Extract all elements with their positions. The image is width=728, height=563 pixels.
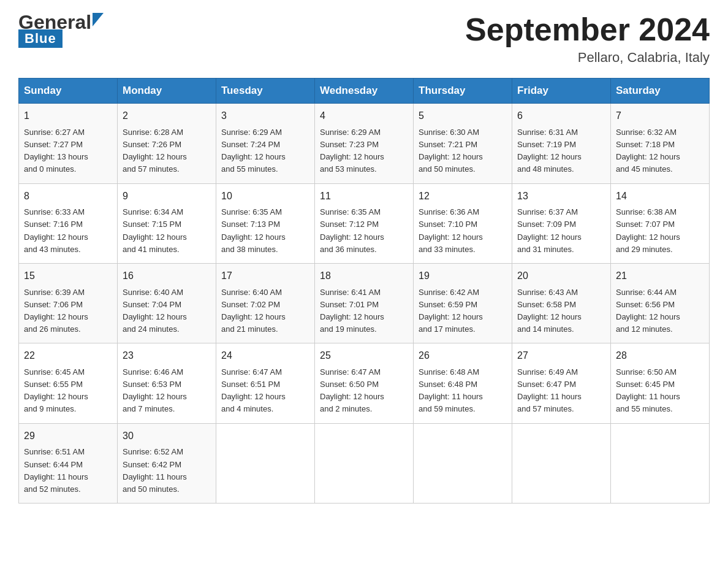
calendar-cell: 17Sunrise: 6:40 AMSunset: 7:02 PMDayligh… (216, 263, 315, 343)
calendar-cell: 16Sunrise: 6:40 AMSunset: 7:04 PMDayligh… (118, 263, 216, 343)
calendar-cell (512, 423, 611, 503)
calendar-cell: 7Sunrise: 6:32 AMSunset: 7:18 PMDaylight… (611, 104, 710, 183)
calendar-cell: 22Sunrise: 6:45 AMSunset: 6:55 PMDayligh… (19, 343, 118, 423)
calendar-cell: 3Sunrise: 6:29 AMSunset: 7:24 PMDaylight… (216, 104, 315, 183)
day-number: 17 (221, 269, 309, 284)
day-info: Sunrise: 6:27 AMSunset: 7:27 PMDaylight:… (24, 126, 112, 176)
week-row-2: 8Sunrise: 6:33 AMSunset: 7:16 PMDaylight… (19, 183, 710, 263)
day-number: 25 (320, 348, 408, 364)
day-info: Sunrise: 6:29 AMSunset: 7:24 PMDaylight:… (221, 126, 309, 176)
header-saturday: Saturday (611, 79, 710, 104)
day-info: Sunrise: 6:43 AMSunset: 6:58 PMDaylight:… (517, 286, 605, 336)
day-info: Sunrise: 6:31 AMSunset: 7:19 PMDaylight:… (517, 126, 605, 176)
day-info: Sunrise: 6:28 AMSunset: 7:26 PMDaylight:… (123, 126, 211, 176)
calendar-cell: 29Sunrise: 6:51 AMSunset: 6:44 PMDayligh… (19, 423, 118, 503)
day-number: 3 (221, 109, 309, 124)
logo: General Blue (18, 12, 104, 48)
calendar-cell: 18Sunrise: 6:41 AMSunset: 7:01 PMDayligh… (315, 263, 414, 343)
day-number: 18 (320, 269, 408, 284)
day-info: Sunrise: 6:38 AMSunset: 7:07 PMDaylight:… (616, 206, 704, 256)
day-number: 2 (123, 109, 211, 124)
week-row-1: 1Sunrise: 6:27 AMSunset: 7:27 PMDaylight… (19, 104, 710, 183)
calendar-cell (611, 423, 710, 503)
calendar-cell: 2Sunrise: 6:28 AMSunset: 7:26 PMDaylight… (118, 104, 216, 183)
day-number: 10 (221, 189, 309, 204)
calendar-cell: 4Sunrise: 6:29 AMSunset: 7:23 PMDaylight… (315, 104, 414, 183)
day-info: Sunrise: 6:37 AMSunset: 7:09 PMDaylight:… (517, 206, 605, 256)
page-header: General Blue September 2024 Pellaro, Cal… (18, 12, 710, 66)
day-number: 23 (123, 348, 211, 364)
header-tuesday: Tuesday (216, 79, 315, 104)
header-wednesday: Wednesday (315, 79, 414, 104)
calendar-cell: 1Sunrise: 6:27 AMSunset: 7:27 PMDaylight… (19, 104, 118, 183)
day-info: Sunrise: 6:42 AMSunset: 6:59 PMDaylight:… (419, 286, 507, 336)
calendar-cell: 30Sunrise: 6:52 AMSunset: 6:42 PMDayligh… (118, 423, 216, 503)
day-number: 9 (123, 189, 211, 204)
day-info: Sunrise: 6:50 AMSunset: 6:45 PMDaylight:… (616, 366, 704, 416)
day-info: Sunrise: 6:40 AMSunset: 7:02 PMDaylight:… (221, 286, 309, 336)
day-info: Sunrise: 6:49 AMSunset: 6:47 PMDaylight:… (517, 366, 605, 416)
header-sunday: Sunday (19, 79, 118, 104)
day-number: 7 (616, 109, 704, 124)
day-info: Sunrise: 6:46 AMSunset: 6:53 PMDaylight:… (123, 366, 211, 416)
day-info: Sunrise: 6:41 AMSunset: 7:01 PMDaylight:… (320, 286, 408, 336)
day-number: 22 (24, 348, 112, 364)
day-number: 5 (419, 109, 507, 124)
day-info: Sunrise: 6:45 AMSunset: 6:55 PMDaylight:… (24, 366, 112, 416)
calendar-cell: 25Sunrise: 6:47 AMSunset: 6:50 PMDayligh… (315, 343, 414, 423)
calendar-cell: 26Sunrise: 6:48 AMSunset: 6:48 PMDayligh… (414, 343, 512, 423)
day-info: Sunrise: 6:35 AMSunset: 7:13 PMDaylight:… (221, 206, 309, 256)
calendar-cell: 6Sunrise: 6:31 AMSunset: 7:19 PMDaylight… (512, 104, 611, 183)
day-number: 26 (419, 348, 507, 364)
calendar-cell: 5Sunrise: 6:30 AMSunset: 7:21 PMDaylight… (414, 104, 512, 183)
calendar-cell (315, 423, 414, 503)
day-number: 29 (24, 429, 112, 444)
main-title: September 2024 (465, 12, 710, 47)
week-row-4: 22Sunrise: 6:45 AMSunset: 6:55 PMDayligh… (19, 343, 710, 423)
day-info: Sunrise: 6:48 AMSunset: 6:48 PMDaylight:… (419, 366, 507, 416)
week-row-5: 29Sunrise: 6:51 AMSunset: 6:44 PMDayligh… (19, 423, 710, 503)
day-number: 19 (419, 269, 507, 284)
day-number: 28 (616, 348, 704, 364)
calendar-cell: 9Sunrise: 6:34 AMSunset: 7:15 PMDaylight… (118, 183, 216, 263)
svg-marker-0 (93, 13, 104, 26)
logo-blue-text: Blue (18, 29, 63, 48)
calendar-body: 1Sunrise: 6:27 AMSunset: 7:27 PMDaylight… (19, 104, 710, 504)
day-number: 1 (24, 109, 112, 124)
calendar-cell: 13Sunrise: 6:37 AMSunset: 7:09 PMDayligh… (512, 183, 611, 263)
day-number: 16 (123, 269, 211, 284)
calendar-cell: 28Sunrise: 6:50 AMSunset: 6:45 PMDayligh… (611, 343, 710, 423)
day-info: Sunrise: 6:39 AMSunset: 7:06 PMDaylight:… (24, 286, 112, 336)
calendar-cell (414, 423, 512, 503)
calendar-cell (216, 423, 315, 503)
day-info: Sunrise: 6:33 AMSunset: 7:16 PMDaylight:… (24, 206, 112, 256)
day-info: Sunrise: 6:29 AMSunset: 7:23 PMDaylight:… (320, 126, 408, 176)
day-info: Sunrise: 6:32 AMSunset: 7:18 PMDaylight:… (616, 126, 704, 176)
day-info: Sunrise: 6:40 AMSunset: 7:04 PMDaylight:… (123, 286, 211, 336)
day-number: 21 (616, 269, 704, 284)
day-info: Sunrise: 6:44 AMSunset: 6:56 PMDaylight:… (616, 286, 704, 336)
calendar-cell: 23Sunrise: 6:46 AMSunset: 6:53 PMDayligh… (118, 343, 216, 423)
calendar-cell: 11Sunrise: 6:35 AMSunset: 7:12 PMDayligh… (315, 183, 414, 263)
day-number: 12 (419, 189, 507, 204)
calendar-header: SundayMondayTuesdayWednesdayThursdayFrid… (19, 79, 710, 104)
logo-triangle (93, 13, 104, 29)
calendar-cell: 24Sunrise: 6:47 AMSunset: 6:51 PMDayligh… (216, 343, 315, 423)
calendar-cell: 10Sunrise: 6:35 AMSunset: 7:13 PMDayligh… (216, 183, 315, 263)
calendar-cell: 15Sunrise: 6:39 AMSunset: 7:06 PMDayligh… (19, 263, 118, 343)
day-info: Sunrise: 6:30 AMSunset: 7:21 PMDaylight:… (419, 126, 507, 176)
day-number: 4 (320, 109, 408, 124)
day-info: Sunrise: 6:47 AMSunset: 6:51 PMDaylight:… (221, 366, 309, 416)
calendar-table: SundayMondayTuesdayWednesdayThursdayFrid… (18, 78, 710, 504)
day-number: 27 (517, 348, 605, 364)
day-number: 15 (24, 269, 112, 284)
day-number: 30 (123, 429, 211, 444)
day-info: Sunrise: 6:34 AMSunset: 7:15 PMDaylight:… (123, 206, 211, 256)
calendar-cell: 27Sunrise: 6:49 AMSunset: 6:47 PMDayligh… (512, 343, 611, 423)
calendar-cell: 21Sunrise: 6:44 AMSunset: 6:56 PMDayligh… (611, 263, 710, 343)
day-number: 8 (24, 189, 112, 204)
day-info: Sunrise: 6:51 AMSunset: 6:44 PMDaylight:… (24, 446, 112, 496)
day-info: Sunrise: 6:47 AMSunset: 6:50 PMDaylight:… (320, 366, 408, 416)
day-number: 14 (616, 189, 704, 204)
header-monday: Monday (118, 79, 216, 104)
